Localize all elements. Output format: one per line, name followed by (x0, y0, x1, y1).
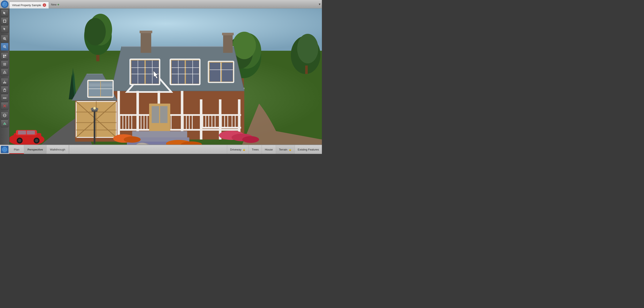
new-tab-label: New (51, 3, 56, 6)
svg-rect-134 (200, 127, 241, 129)
svg-rect-143 (232, 116, 232, 127)
svg-rect-111 (200, 99, 202, 140)
svg-rect-150 (152, 106, 159, 123)
svg-rect-145 (238, 116, 239, 127)
svg-rect-133 (200, 114, 241, 116)
tab-perspective-label: Perspective (28, 148, 43, 151)
svg-rect-121 (141, 116, 142, 129)
svg-point-155 (93, 107, 96, 109)
layer-trees-label: Trees (252, 148, 259, 151)
layer-driveway-label: Driveway (230, 148, 241, 151)
dropdown-icon[interactable]: ▼ (318, 2, 321, 6)
new-tab-button[interactable]: New + (49, 2, 61, 7)
measure-tool[interactable] (1, 94, 8, 102)
select-arrow-tool[interactable] (1, 9, 8, 17)
svg-rect-152 (94, 110, 96, 144)
svg-rect-68 (140, 31, 152, 33)
svg-point-50 (84, 18, 106, 45)
svg-rect-67 (141, 32, 151, 53)
layer-tabs-container: Driveway 🔒 Trees House Terrain 🔒 Existin… (227, 145, 322, 154)
grid-panel-tool[interactable] (1, 60, 8, 68)
main-layout (0, 8, 322, 145)
svg-rect-118 (126, 116, 126, 129)
svg-rect-130 (186, 116, 187, 129)
svg-point-157 (124, 136, 141, 143)
svg-rect-115 (118, 129, 238, 131)
toolbar-separator-1 (2, 34, 8, 34)
object-panel-tool[interactable] (1, 52, 8, 60)
svg-point-8 (4, 46, 5, 47)
svg-rect-132 (192, 116, 193, 129)
globe-tool[interactable] (1, 112, 8, 119)
title-bar: Virtual Property Sample ✕ New + ▼ (0, 0, 322, 8)
zoom-select-tool[interactable] (1, 43, 8, 50)
pointer-tool[interactable] (1, 25, 8, 33)
scene-3d (10, 8, 322, 145)
svg-rect-169 (27, 131, 35, 134)
svg-rect-136 (205, 116, 206, 127)
svg-rect-131 (189, 116, 190, 129)
svg-rect-9 (3, 55, 4, 56)
tab-plan[interactable]: Plan (9, 145, 24, 154)
plus-icon: + (57, 3, 59, 6)
tab-close-button[interactable]: ✕ (43, 3, 46, 7)
svg-rect-128 (171, 116, 172, 129)
svg-line-3 (5, 39, 6, 40)
terrain-bottom-tool[interactable] (1, 120, 8, 127)
tab-perspective[interactable]: Perspective (24, 145, 46, 154)
svg-rect-141 (224, 116, 225, 127)
svg-rect-25 (4, 89, 5, 90)
svg-rect-12 (5, 56, 6, 58)
select-box-tool[interactable] (1, 17, 8, 25)
svg-rect-137 (208, 116, 209, 127)
svg-rect-135 (202, 116, 203, 127)
zoom-tool[interactable] (1, 35, 8, 42)
svg-rect-139 (215, 116, 216, 127)
left-toolbar (0, 8, 10, 145)
svg-rect-120 (131, 116, 132, 129)
tab-label: Virtual Property Sample (12, 3, 41, 7)
svg-rect-11 (3, 56, 4, 58)
svg-rect-41 (305, 65, 308, 74)
layer-tab-existing-features[interactable]: Existing Features (294, 145, 322, 154)
layer-tab-house[interactable]: House (262, 145, 276, 154)
tab-walkthrough-label: Walkthrough (50, 148, 65, 151)
terrain-panel-tool[interactable] (1, 68, 8, 76)
layer-house-label: House (265, 148, 273, 151)
svg-rect-70 (222, 33, 234, 35)
svg-rect-142 (227, 116, 228, 127)
tab-virtual-property-sample[interactable]: Virtual Property Sample ✕ (9, 2, 49, 8)
svg-rect-96 (210, 62, 220, 82)
svg-point-173 (35, 139, 38, 142)
svg-rect-168 (18, 131, 26, 134)
svg-point-40 (297, 34, 318, 63)
delete-tool[interactable] (1, 102, 8, 110)
app-logo (1, 0, 8, 8)
svg-point-171 (18, 139, 21, 142)
viewport[interactable] (10, 8, 322, 145)
layer-terrain-label: Terrain (279, 148, 288, 151)
svg-rect-138 (212, 116, 212, 127)
svg-rect-123 (146, 116, 148, 129)
svg-rect-151 (160, 106, 168, 123)
view-tabs-container: Plan Perspective Walkthrough (9, 145, 69, 154)
cut-tool[interactable] (1, 78, 8, 86)
layer-existing-features-label: Existing Features (298, 148, 319, 151)
tab-plan-label: Plan (14, 148, 19, 151)
bottom-app-icon[interactable] (1, 146, 8, 153)
paste-tool[interactable] (1, 86, 8, 94)
svg-rect-129 (183, 116, 184, 129)
svg-rect-144 (235, 116, 236, 127)
layer-tab-trees[interactable]: Trees (248, 145, 262, 154)
toolbar-separator-3 (2, 77, 8, 77)
layer-tab-driveway[interactable]: Driveway 🔒 (227, 145, 248, 154)
svg-point-160 (242, 136, 259, 143)
svg-rect-10 (5, 55, 6, 56)
tab-walkthrough[interactable]: Walkthrough (46, 145, 69, 154)
layer-tab-terrain[interactable]: Terrain 🔒 (276, 145, 294, 154)
svg-line-7 (5, 47, 6, 48)
driveway-lock-icon: 🔒 (242, 148, 246, 151)
title-bar-right: ▼ (318, 2, 321, 6)
svg-rect-117 (122, 116, 123, 129)
svg-rect-116 (120, 116, 120, 129)
